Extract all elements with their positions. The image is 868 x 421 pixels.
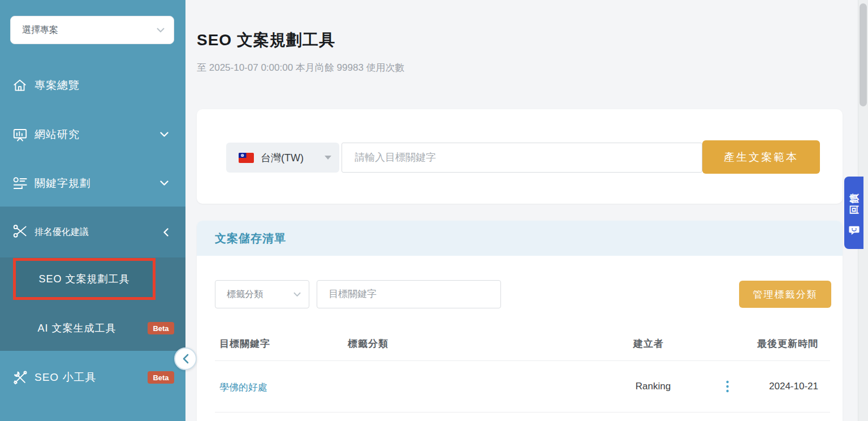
- page-title: SEO 文案規劃工具: [197, 29, 335, 51]
- project-select-value: 選擇專案: [22, 24, 157, 36]
- column-header-updated: 最後更新時間: [757, 337, 818, 350]
- column-header-keyword: 目標關鍵字: [219, 337, 270, 350]
- tag-category-select-value: 標籤分類: [227, 289, 293, 300]
- sidebar-group-ranking-optimization: 排名優化建議: [0, 207, 185, 257]
- chevron-down-icon: [157, 25, 165, 35]
- sidebar-item-project-overview[interactable]: 專案總覽: [0, 68, 185, 102]
- generate-template-button[interactable]: 產生文案範本: [702, 140, 820, 174]
- home-icon: [12, 78, 28, 93]
- row-keyword-link[interactable]: 學佛的好處: [219, 381, 267, 394]
- chevron-down-icon: [160, 181, 169, 186]
- generator-card: 台灣(TW) 產生文案範本: [197, 109, 843, 204]
- scrollbar-thumb[interactable]: [860, 3, 867, 106]
- target-keyword-input[interactable]: [342, 143, 702, 173]
- usage-quota-text: 至 2025-10-07 0:00:00 本月尚餘 99983 使用次數: [197, 61, 405, 74]
- sidebar-item-label: 關鍵字規劃: [34, 176, 91, 191]
- saved-copy-list-card: 文案儲存清單 標籤分類 管理標籤分類 目標關鍵字 標籤分類 建立者 最後更新時間…: [197, 221, 843, 421]
- section-title: 文案儲存清單: [215, 231, 286, 246]
- saved-copy-list-header: 文案儲存清單: [197, 221, 843, 256]
- wrench-icon: [12, 370, 28, 385]
- chevron-down-icon: [160, 132, 169, 138]
- row-creator-value: Ranking: [622, 381, 684, 392]
- manage-tags-button[interactable]: 管理標籤分類: [739, 281, 831, 308]
- sidebar-item-keyword-planning[interactable]: 關鍵字規劃: [0, 166, 185, 200]
- taiwan-flag-icon: [239, 153, 254, 163]
- chat-smiley-icon: [848, 224, 860, 236]
- sidebar-item-label: 專案總覽: [34, 78, 80, 93]
- column-header-tag: 標籤分類: [348, 337, 388, 350]
- feedback-tab[interactable]: 回饋: [844, 177, 863, 249]
- keyword-filter-input[interactable]: [317, 280, 501, 308]
- chevron-left-icon: [163, 228, 169, 237]
- beta-badge: Beta: [148, 322, 174, 334]
- sidebar-item-ranking-optimization[interactable]: 排名優化建議: [0, 207, 185, 257]
- monitor-icon: [12, 127, 28, 143]
- chevron-down-icon: [293, 289, 301, 299]
- sidebar-item-label: 網站研究: [34, 127, 80, 142]
- sidebar: 選擇專案 專案總覽 網站研究: [0, 0, 185, 421]
- project-select[interactable]: 選擇專案: [10, 16, 174, 44]
- main-content: SEO 文案規劃工具 至 2025-10-07 0:00:00 本月尚餘 999…: [185, 0, 868, 421]
- beta-badge: Beta: [148, 371, 174, 384]
- sidebar-item-label: SEO 文案規劃工具: [38, 272, 129, 286]
- sidebar-item-seo-tools[interactable]: SEO 小工具 Beta: [0, 360, 185, 394]
- keyword-list-icon: [12, 176, 28, 191]
- sidebar-item-seo-copywriting-tool[interactable]: SEO 文案規劃工具: [13, 258, 156, 300]
- sidebar-collapse-button[interactable]: [174, 347, 197, 370]
- app-window: 選擇專案 專案總覽 網站研究: [0, 0, 868, 421]
- table-divider: [215, 412, 830, 413]
- feedback-label: 回饋: [848, 192, 861, 214]
- sidebar-item-ai-copy-generator[interactable]: AI 文案生成工具 Beta: [0, 306, 185, 351]
- country-select[interactable]: 台灣(TW): [226, 143, 339, 173]
- column-header-creator: 建立者: [633, 337, 664, 350]
- sidebar-item-label: 排名優化建議: [34, 226, 89, 238]
- row-actions-menu-icon[interactable]: [723, 379, 732, 394]
- feedback-label-wrap: 回饋: [848, 190, 860, 216]
- row-updated-value: 2024-10-21: [769, 381, 818, 392]
- tools-cross-icon: [12, 224, 28, 241]
- sidebar-item-label: SEO 小工具: [34, 370, 96, 385]
- tag-category-select[interactable]: 標籤分類: [215, 280, 309, 308]
- sidebar-item-site-research[interactable]: 網站研究: [0, 118, 185, 152]
- table-divider: [215, 360, 830, 361]
- triangle-down-icon: [325, 156, 331, 160]
- country-select-value: 台灣(TW): [261, 151, 325, 165]
